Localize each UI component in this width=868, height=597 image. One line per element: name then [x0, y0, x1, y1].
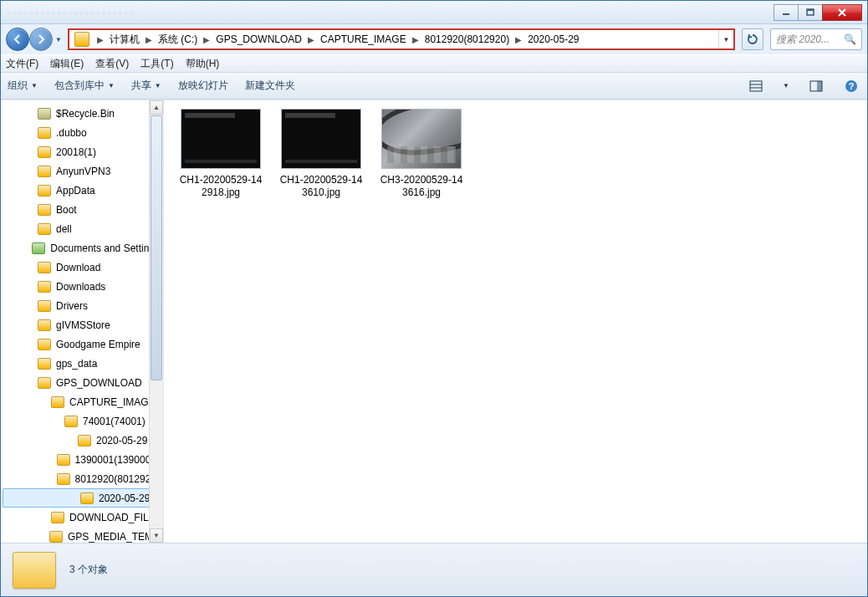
sidebar-scrollbar[interactable]: ▲ ▼ — [149, 100, 163, 543]
tree-item[interactable]: 20018(1) — [1, 142, 163, 161]
tree-item[interactable]: Downloads — [1, 277, 163, 296]
view-options-dropdown[interactable]: ▼ — [782, 77, 790, 95]
file-thumbnail — [281, 109, 361, 169]
tree-item-label: Boot — [56, 204, 77, 216]
tree-item[interactable]: gps_data — [1, 354, 163, 373]
include-in-library-button[interactable]: 包含到库中▼ — [54, 79, 115, 93]
file-list[interactable]: CH1-20200529-142918.jpgCH1-20200529-1436… — [164, 100, 867, 543]
tree-item[interactable]: Documents and Settings — [1, 238, 163, 258]
new-folder-button[interactable]: 新建文件夹 — [245, 79, 295, 93]
chevron-down-icon: ▼ — [31, 82, 38, 89]
main-area: $Recycle.Bin.dubbo20018(1)AnyunVPN3AppDa… — [1, 100, 867, 543]
tree-item[interactable]: 2020-05-29 — [1, 431, 163, 450]
details-pane: 3 个对象 — [1, 543, 867, 596]
menu-view[interactable]: 查看(V) — [95, 57, 129, 71]
file-item[interactable]: CH1-20200529-142918.jpg — [179, 109, 263, 199]
folder-icon — [38, 185, 51, 196]
search-input[interactable]: 搜索 2020... 🔍 — [770, 28, 862, 50]
close-icon — [837, 8, 847, 18]
tree-item-label: CAPTURE_IMAGE — [69, 396, 156, 408]
nav-buttons: ▼ — [6, 28, 64, 51]
tree-item-label: 1390001(1390001) — [75, 454, 160, 466]
forward-arrow-icon — [35, 33, 47, 45]
folder-icon — [38, 319, 51, 331]
folder-tree: $Recycle.Bin.dubbo20018(1)AnyunVPN3AppDa… — [1, 100, 163, 543]
scroll-up-icon[interactable]: ▲ — [150, 100, 163, 115]
scroll-track[interactable] — [150, 381, 163, 528]
chevron-right-icon: ▶ — [408, 35, 423, 44]
scroll-down-icon[interactable]: ▼ — [150, 528, 163, 543]
tree-item[interactable]: GPS_DOWNLOAD — [1, 373, 163, 392]
search-icon: 🔍 — [844, 33, 856, 45]
close-button[interactable] — [822, 4, 862, 21]
minimize-button[interactable] — [774, 4, 799, 21]
tree-item[interactable]: .dubbo — [1, 123, 163, 142]
refresh-button[interactable] — [742, 28, 763, 50]
folder-icon — [74, 32, 89, 47]
crumb-1[interactable]: GPS_DOWNLOAD — [214, 33, 304, 45]
crumb-4[interactable]: 2020-05-29 — [526, 33, 580, 45]
tree-item[interactable]: CAPTURE_IMAGE — [1, 392, 163, 411]
tree-item-label: DOWNLOAD_FILE — [69, 512, 156, 523]
file-item[interactable]: CH1-20200529-143610.jpg — [279, 109, 363, 199]
maximize-button[interactable] — [798, 4, 823, 21]
organize-button[interactable]: 组织▼ — [8, 79, 38, 93]
svg-rect-3 — [750, 81, 762, 91]
maximize-icon — [806, 8, 814, 17]
navigation-pane: $Recycle.Bin.dubbo20018(1)AnyunVPN3AppDa… — [1, 100, 164, 543]
menu-tools[interactable]: 工具(T) — [140, 57, 173, 71]
view-options-button[interactable] — [747, 77, 765, 95]
refresh-icon — [747, 33, 758, 45]
preview-pane-button[interactable] — [807, 77, 825, 95]
title-text: · · · · · · · · · · · · · · · · · · · · … — [8, 7, 133, 18]
address-bar[interactable]: ▶ 计算机 ▶ 系统 (C:) ▶ GPS_DOWNLOAD ▶ CAPTURE… — [68, 28, 735, 50]
tree-item[interactable]: GPS_MEDIA_TEMP — [1, 527, 163, 543]
tree-item[interactable]: Drivers — [1, 296, 163, 315]
tree-item[interactable]: Goodgame Empire — [1, 334, 163, 354]
tree-item[interactable]: 8012920(8012920) — [1, 469, 163, 488]
tree-item[interactable]: Download — [1, 258, 163, 277]
tree-item[interactable]: $Recycle.Bin — [1, 104, 163, 123]
menu-file[interactable]: 文件(F) — [6, 57, 38, 71]
help-icon: ? — [845, 79, 858, 93]
slideshow-button[interactable]: 放映幻灯片 — [178, 79, 228, 93]
tree-item-label: 8012920(8012920) — [75, 473, 160, 485]
crumb-drive[interactable]: 系统 (C:) — [156, 33, 199, 47]
file-item[interactable]: CH3-20200529-143616.jpg — [380, 109, 463, 199]
folder-icon — [38, 108, 51, 120]
folder-icon — [38, 262, 51, 273]
tree-item[interactable]: AnyunVPN3 — [1, 161, 163, 181]
back-button[interactable] — [6, 28, 29, 51]
crumb-2[interactable]: CAPTURE_IMAGE — [319, 33, 408, 45]
folder-icon — [49, 531, 63, 543]
menu-help[interactable]: 帮助(H) — [186, 57, 220, 71]
tree-item[interactable]: gIVMSStore — [1, 315, 163, 334]
scroll-thumb[interactable] — [151, 115, 162, 380]
crumb-root[interactable]: 计算机 — [108, 33, 141, 47]
address-dropdown[interactable]: ▼ — [718, 30, 733, 48]
nav-history-dropdown[interactable]: ▼ — [53, 28, 64, 50]
newfolder-label: 新建文件夹 — [245, 79, 295, 93]
crumb-3[interactable]: 8012920(8012920) — [423, 33, 511, 45]
tree-item[interactable]: AppData — [1, 181, 163, 200]
tree-item[interactable]: dell — [1, 219, 163, 238]
forward-button[interactable] — [29, 28, 53, 51]
minimize-icon — [782, 8, 790, 17]
tree-item-label: 74001(74001) — [83, 416, 146, 427]
tree-item[interactable]: 2020-05-29 — [3, 488, 161, 508]
tree-item[interactable]: 1390001(1390001) — [1, 450, 163, 469]
window-controls — [774, 4, 862, 21]
include-label: 包含到库中 — [54, 79, 105, 93]
chevron-down-icon: ▼ — [155, 82, 161, 89]
tree-item[interactable]: DOWNLOAD_FILE — [1, 508, 163, 527]
folder-icon — [51, 512, 64, 523]
tree-item-label: Drivers — [56, 300, 88, 312]
slideshow-label: 放映幻灯片 — [178, 79, 228, 93]
chevron-right-icon: ▶ — [304, 35, 319, 44]
menu-edit[interactable]: 编辑(E) — [50, 57, 84, 71]
tree-item[interactable]: 74001(74001) — [1, 411, 163, 431]
tree-item[interactable]: Boot — [1, 200, 163, 219]
share-button[interactable]: 共享▼ — [131, 79, 161, 93]
help-button[interactable]: ? — [842, 77, 860, 95]
folder-icon — [51, 396, 64, 408]
